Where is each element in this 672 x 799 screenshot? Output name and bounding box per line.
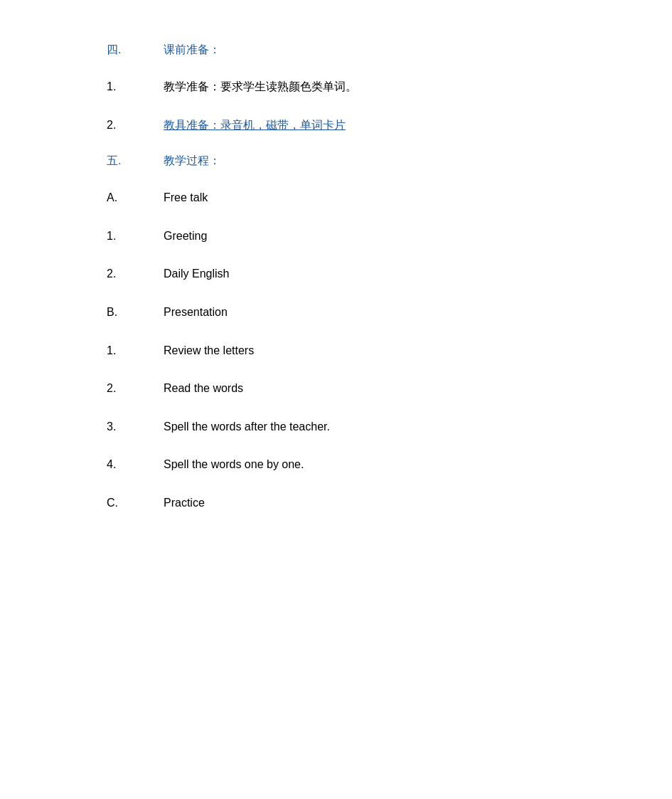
section-five-heading: 五. 教学过程： [107, 154, 565, 169]
item-b-two: 2. Read the words [107, 379, 565, 398]
item-four-two-content: 教具准备：录音机，磁带，单词卡片 [164, 116, 346, 134]
section-four-heading: 四. 课前准备： [107, 43, 565, 58]
section-five-title: 教学过程： [164, 154, 220, 169]
item-four-two: 2. 教具准备：录音机，磁带，单词卡片 [107, 116, 565, 134]
item-b-one-content: Review the letters [164, 342, 254, 360]
item-a-two: 2. Daily English [107, 265, 565, 283]
item-b-two-content: Read the words [164, 379, 243, 398]
subsection-c-title: Practice [164, 494, 205, 512]
subsection-c-heading: C. Practice [107, 494, 565, 512]
item-b-three-label: 3. [107, 418, 164, 436]
section-five-label: 五. [107, 154, 164, 169]
item-a-two-label: 2. [107, 265, 164, 283]
section-four-title: 课前准备： [164, 43, 220, 58]
subsection-a-heading: A. Free talk [107, 189, 565, 207]
subsection-b-title: Presentation [164, 303, 228, 322]
item-four-one-content: 教学准备：要求学生读熟颜色类单词。 [164, 78, 357, 96]
item-b-three-content: Spell the words after the teacher. [164, 418, 330, 436]
item-four-two-label: 2. [107, 116, 164, 134]
subsection-c-label: C. [107, 494, 164, 512]
subsection-a-label: A. [107, 189, 164, 207]
item-a-one-label: 1. [107, 227, 164, 245]
item-a-one-content: Greeting [164, 227, 207, 245]
item-a-one: 1. Greeting [107, 227, 565, 245]
section-four-label: 四. [107, 43, 164, 58]
item-b-four-label: 4. [107, 455, 164, 474]
subsection-b-heading: B. Presentation [107, 303, 565, 322]
item-a-two-content: Daily English [164, 265, 229, 283]
item-b-two-label: 2. [107, 379, 164, 398]
subsection-a-title: Free talk [164, 189, 208, 207]
item-b-one-label: 1. [107, 342, 164, 360]
item-b-four: 4. Spell the words one by one. [107, 455, 565, 474]
item-b-three: 3. Spell the words after the teacher. [107, 418, 565, 436]
item-four-one: 1. 教学准备：要求学生读熟颜色类单词。 [107, 78, 565, 96]
item-b-four-content: Spell the words one by one. [164, 455, 304, 474]
item-b-one: 1. Review the letters [107, 342, 565, 360]
subsection-b-label: B. [107, 303, 164, 322]
item-four-one-label: 1. [107, 78, 164, 96]
